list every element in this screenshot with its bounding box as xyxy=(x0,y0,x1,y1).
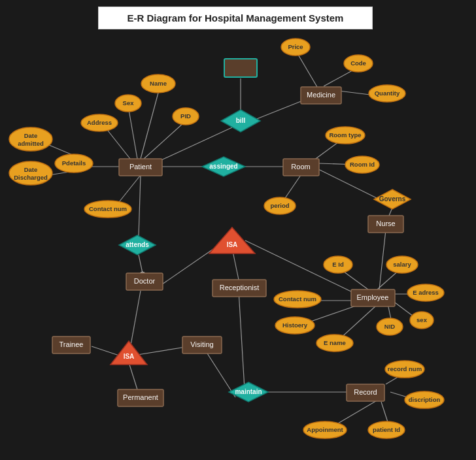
attr-nid: NID xyxy=(377,318,403,335)
entity-trainee: Trainee xyxy=(52,337,90,353)
diagram-title: E-R Diagram for Hospital Management Syst… xyxy=(98,7,373,29)
svg-text:assinged: assinged xyxy=(209,163,237,170)
svg-line-22 xyxy=(139,255,143,273)
svg-text:ISA: ISA xyxy=(124,353,135,360)
svg-text:Discharged: Discharged xyxy=(14,174,48,181)
attr-address: Address xyxy=(81,114,118,131)
attr-pdetails: Pdetails xyxy=(55,154,93,172)
svg-text:salary: salary xyxy=(393,261,411,268)
svg-line-39 xyxy=(137,346,190,355)
svg-line-35 xyxy=(379,230,386,289)
svg-text:ISA: ISA xyxy=(227,241,238,248)
attr-history: Histoery xyxy=(275,317,314,334)
svg-text:attends: attends xyxy=(126,241,149,248)
svg-text:E name: E name xyxy=(324,339,346,346)
svg-text:Permanent: Permanent xyxy=(123,393,158,401)
rel-bill: bill xyxy=(221,110,260,132)
svg-text:Quantity: Quantity xyxy=(375,90,400,97)
svg-text:Receptionist: Receptionist xyxy=(220,284,260,291)
svg-line-1 xyxy=(129,110,137,159)
svg-text:Sex: Sex xyxy=(123,99,135,107)
attr-e-name: E name xyxy=(316,335,353,352)
svg-text:Appoinment: Appoinment xyxy=(307,426,343,433)
svg-line-41 xyxy=(239,291,245,400)
svg-text:patient Id: patient Id xyxy=(373,426,400,433)
svg-text:E adress: E adress xyxy=(413,289,439,296)
svg-text:Patient: Patient xyxy=(129,163,152,171)
svg-line-32 xyxy=(339,306,376,340)
svg-text:Room: Room xyxy=(291,163,310,171)
attr-contact-num-patient: Contact num xyxy=(84,201,131,218)
isa-doctor-subtypes: ISA xyxy=(110,341,147,365)
attr-contact-num-employee: Contact num xyxy=(274,291,321,308)
svg-text:Governs: Governs xyxy=(379,195,406,203)
attr-patient-id: patient Id xyxy=(368,421,405,438)
svg-text:Address: Address xyxy=(87,119,112,126)
svg-text:Date: Date xyxy=(24,166,38,173)
entity-patient: Patient xyxy=(119,159,162,176)
svg-line-45 xyxy=(333,400,378,426)
rel-governs: Governs xyxy=(374,189,411,209)
entity-permanent: Permanent xyxy=(118,389,163,406)
svg-text:Record: Record xyxy=(354,388,377,396)
attr-discription: discription xyxy=(405,391,444,408)
svg-text:E Id: E Id xyxy=(332,261,344,268)
svg-line-8 xyxy=(157,127,232,162)
entity-room: Room xyxy=(283,159,319,176)
attr-name: Name xyxy=(141,74,175,93)
entity-record: Record xyxy=(347,384,384,401)
svg-line-24 xyxy=(162,245,219,284)
svg-text:discription: discription xyxy=(409,396,441,403)
svg-text:Histoery: Histoery xyxy=(282,321,308,329)
svg-text:PID: PID xyxy=(180,112,191,120)
attr-e-id: E Id xyxy=(324,256,352,273)
svg-text:Price: Price xyxy=(288,43,303,50)
entity-doctor: Doctor xyxy=(126,273,163,290)
svg-line-38 xyxy=(129,365,137,389)
diagram-container: E-R Diagram for Hospital Management Syst… xyxy=(0,0,476,460)
svg-line-27 xyxy=(341,270,368,289)
svg-text:NID: NID xyxy=(384,323,396,330)
svg-line-37 xyxy=(92,346,121,356)
svg-text:Code: Code xyxy=(350,59,366,67)
attr-date-discharged: Date Discharged xyxy=(9,161,52,185)
svg-text:Pdetails: Pdetails xyxy=(62,159,86,167)
svg-text:period: period xyxy=(270,202,289,209)
attr-sex: Sex xyxy=(115,95,141,112)
svg-text:Room Id: Room Id xyxy=(350,161,375,168)
attr-e-address: E adress xyxy=(407,284,444,301)
svg-text:Medicine: Medicine xyxy=(307,91,335,99)
attr-record-num: record num xyxy=(385,361,424,378)
svg-line-21 xyxy=(139,175,141,237)
svg-line-19 xyxy=(317,169,379,199)
entity-receptionist: Receptionist xyxy=(212,280,266,297)
rel-assinged: assinged xyxy=(202,157,245,176)
svg-rect-69 xyxy=(224,59,257,77)
isa-doctor-employee: ISA xyxy=(209,227,255,254)
svg-text:bill: bill xyxy=(236,117,246,124)
svg-text:Name: Name xyxy=(150,80,167,87)
entity-nurse: Nurse xyxy=(368,216,403,233)
entity-unnamed xyxy=(224,59,257,77)
svg-line-0 xyxy=(141,93,158,159)
entity-visiting: Visiting xyxy=(182,337,222,353)
svg-text:Employee: Employee xyxy=(357,293,389,301)
svg-text:Room type: Room type xyxy=(329,131,361,139)
svg-text:Trainee: Trainee xyxy=(60,340,84,348)
svg-text:Doctor: Doctor xyxy=(134,277,156,285)
attr-code: Code xyxy=(344,55,373,72)
svg-text:maintain: maintain xyxy=(235,388,262,395)
svg-text:Visiting: Visiting xyxy=(190,340,213,348)
svg-text:sex: sex xyxy=(416,316,428,323)
attr-period: period xyxy=(264,197,296,214)
svg-line-10 xyxy=(252,99,306,121)
svg-line-2 xyxy=(144,122,184,159)
svg-text:record num: record num xyxy=(388,365,422,372)
rel-maintain: maintain xyxy=(229,382,268,402)
svg-line-36 xyxy=(131,291,141,345)
svg-text:Nurse: Nurse xyxy=(376,220,395,227)
er-diagram: Patient Room Medicine Doctor Employee xyxy=(0,0,476,460)
svg-text:Date: Date xyxy=(24,132,38,139)
attr-date-admitted: Date admitted xyxy=(9,127,52,151)
svg-text:Contact num: Contact num xyxy=(89,205,127,212)
